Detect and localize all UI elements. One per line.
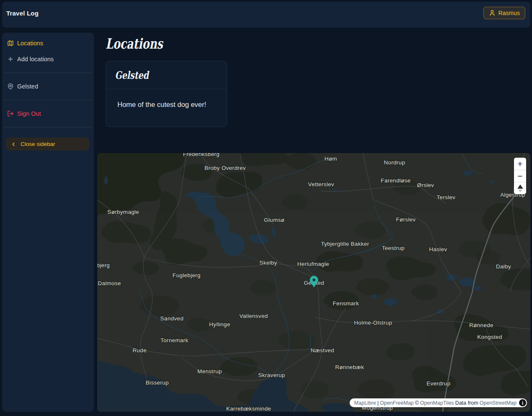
map-label: Høm (324, 156, 337, 162)
user-icon (489, 10, 496, 16)
map-label: Skraverup (258, 372, 285, 378)
map-label: Teestrup (382, 245, 405, 251)
attribution-link[interactable]: OpenStreetMap (480, 400, 516, 406)
chevron-left-icon (10, 141, 16, 147)
pitch-up-icon (517, 185, 523, 189)
location-card-title: Gelsted (106, 61, 198, 81)
map-label: Hyllinge (209, 321, 230, 328)
sidebar-item-label: Sign Out (17, 110, 41, 117)
zoom-out-button[interactable]: − (514, 170, 526, 182)
map-label: Næstved (311, 347, 334, 354)
log-out-icon (7, 110, 14, 117)
sidebar-item-label: Add locations (17, 56, 54, 62)
close-sidebar-button[interactable]: Close sidebar (6, 138, 89, 151)
pitch-down-icon (518, 190, 522, 192)
user-button[interactable]: Rasmus (483, 7, 525, 19)
location-card-description: Home of the cutest dog ever! (106, 89, 227, 109)
sidebar-divider (2, 73, 94, 73)
page-title: Locations (106, 35, 163, 52)
user-name: Rasmus (498, 10, 520, 16)
map-label: Fuglebjerg (173, 272, 201, 278)
sidebar-divider (2, 100, 94, 100)
plus-icon (7, 56, 14, 62)
attribution-text: Data from (455, 400, 478, 406)
attribution-link[interactable]: MapLibre (354, 400, 376, 406)
location-card[interactable]: Gelsted Home of the cutest dog ever! (106, 61, 227, 127)
map-label: Vallensved (239, 313, 268, 319)
app-title: Travel Log (6, 10, 39, 17)
map-label: Herlufmagle (297, 261, 329, 267)
map-label: Tornemark (161, 337, 188, 343)
map-label: Vetterslev (308, 181, 334, 187)
map-label: Bisserup (146, 380, 169, 386)
sidebar-item-sign-out[interactable]: Sign Out (5, 106, 91, 122)
map-label: Dalby (496, 263, 511, 270)
map-label: Karrebæksminde (226, 406, 271, 412)
map-label: Fensmark (333, 300, 359, 307)
sidebar-item-label: Locations (17, 40, 43, 47)
map-label: Frederiksberg (183, 153, 219, 157)
zoom-in-button[interactable]: + (514, 158, 526, 170)
close-sidebar-label: Close sidebar (21, 141, 55, 147)
map-label: Nordrup (384, 159, 405, 166)
map-label: Holme-Olstrup (354, 320, 392, 326)
map-label: Førslev (396, 216, 415, 223)
map-label: Dalmose (98, 280, 121, 286)
sidebar-item-gelsted[interactable]: Gelsted (5, 78, 91, 94)
map-label: Sandved (160, 315, 183, 322)
map-label: Farendløse (381, 177, 410, 184)
attribution-link[interactable]: OpenMapTiles (420, 400, 454, 406)
sidebar: Locations Add locations Gelsted Sign Out… (2, 33, 94, 412)
attribution-link[interactable]: OpenFreeMap (380, 400, 414, 406)
map[interactable]: FrederiksbergHømNordrupBroby OverdrevVet… (97, 153, 530, 412)
compass-button[interactable] (514, 182, 526, 194)
map-label: Kongsted (477, 334, 502, 340)
map-label: Haslev (429, 246, 447, 252)
sidebar-item-label: Gelsted (17, 83, 38, 90)
map-label: Menstrup (197, 368, 222, 374)
sidebar-item-add-locations[interactable]: Add locations (5, 51, 91, 67)
attribution-text: | (377, 400, 379, 406)
sidebar-divider (2, 127, 94, 127)
app-header: Travel Log Rasmus (2, 2, 530, 28)
map-label: Rønnebæk (335, 364, 364, 370)
map-label: Tybjerglille Bakker (321, 241, 369, 247)
map-label: Everdrup (426, 380, 450, 387)
map-icon (7, 40, 14, 47)
map-label: Sørbymagle (107, 209, 139, 215)
map-label: Skelby (260, 260, 277, 266)
attribution-text: © (415, 400, 419, 406)
map-label: Broby Overdrev (205, 165, 246, 171)
map-canvas: FrederiksbergHømNordrupBroby OverdrevVet… (97, 153, 530, 412)
map-pin-icon (7, 83, 14, 90)
map-label: Rønnede (469, 322, 493, 328)
map-navigation-control: + − (514, 158, 526, 194)
map-label: Glumsø (264, 217, 284, 223)
map-label: Ørslev (417, 182, 434, 188)
map-label: Rude (132, 347, 146, 354)
info-icon[interactable]: i (519, 399, 526, 406)
map-label: Terslev (437, 194, 456, 200)
map-label: bjerg (97, 262, 110, 268)
map-attribution: MapLibre|OpenFreeMap©OpenMapTilesData fr… (350, 398, 527, 407)
sidebar-item-locations[interactable]: Locations (5, 35, 91, 51)
